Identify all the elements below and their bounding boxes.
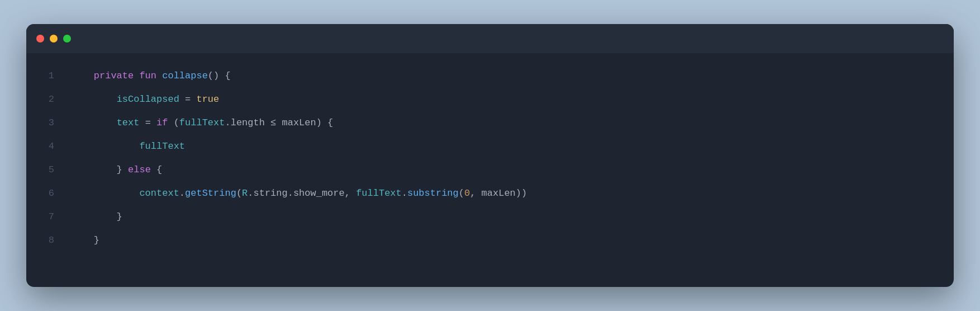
code-token: . (402, 188, 407, 199)
maximize-button[interactable] (63, 35, 71, 43)
code-token: = (139, 117, 156, 128)
code-token: , maxLen)) (470, 188, 527, 199)
code-window: 1 private fun collapse() {2 isCollapsed … (26, 24, 954, 287)
code-content: } else { (71, 158, 162, 182)
code-token: context (139, 188, 179, 199)
code-token: fullText (179, 117, 225, 128)
code-content: isCollapsed = true (71, 88, 219, 111)
title-bar (26, 24, 954, 53)
code-token: = (179, 94, 197, 105)
code-token: collapse (162, 70, 208, 81)
code-token: true (196, 94, 219, 105)
code-token: . (179, 188, 185, 199)
code-token (71, 141, 139, 152)
code-content: fullText (71, 135, 185, 158)
code-content: context.getString(R.string.show_more, fu… (71, 182, 527, 205)
code-token: private fun (71, 70, 162, 81)
line-number: 4 (43, 135, 71, 158)
code-content: } (71, 229, 99, 252)
line-number: 6 (43, 182, 71, 205)
code-token: } (71, 211, 122, 222)
close-button[interactable] (36, 35, 44, 43)
code-line: 1 private fun collapse() { (43, 64, 954, 88)
code-token: getString (185, 188, 236, 199)
line-number: 2 (43, 88, 71, 111)
code-token: .string.show_more, (248, 188, 356, 199)
code-token: isCollapsed (117, 94, 179, 105)
code-token: () { (208, 70, 231, 81)
line-number: 1 (43, 64, 71, 88)
code-token: ( (236, 188, 242, 199)
code-token: text (117, 117, 140, 128)
code-content: text = if (fullText.length ≤ maxLen) { (71, 111, 333, 135)
minimize-button[interactable] (50, 35, 58, 43)
code-token (71, 188, 139, 199)
line-number: 3 (43, 111, 71, 135)
code-line: 8 } (43, 229, 954, 252)
code-token: ( (168, 117, 179, 128)
code-token: substring (407, 188, 459, 199)
code-line: 6 context.getString(R.string.show_more, … (43, 182, 954, 205)
code-token: else (128, 164, 151, 175)
code-line: 5 } else { (43, 158, 954, 182)
line-number: 5 (43, 158, 71, 182)
code-content: } (71, 205, 122, 229)
code-token: fullText (356, 188, 402, 199)
code-token: { (151, 164, 162, 175)
code-token: fullText (139, 141, 185, 152)
code-line: 2 isCollapsed = true (43, 88, 954, 111)
code-token: if (156, 117, 168, 128)
code-line: 7 } (43, 205, 954, 229)
code-token: R (242, 188, 248, 199)
code-line: 3 text = if (fullText.length ≤ maxLen) { (43, 111, 954, 135)
code-token (71, 94, 117, 105)
code-area: 1 private fun collapse() {2 isCollapsed … (26, 53, 954, 287)
code-line: 4 fullText (43, 135, 954, 158)
line-number: 8 (43, 229, 71, 252)
line-number: 7 (43, 205, 71, 229)
code-token: } (71, 164, 128, 175)
code-content: private fun collapse() { (71, 64, 231, 88)
code-token (71, 117, 117, 128)
code-token: 0 (464, 188, 470, 199)
code-token: .length ≤ maxLen) { (225, 117, 333, 128)
code-token: ( (459, 188, 464, 199)
code-token: } (71, 235, 99, 246)
